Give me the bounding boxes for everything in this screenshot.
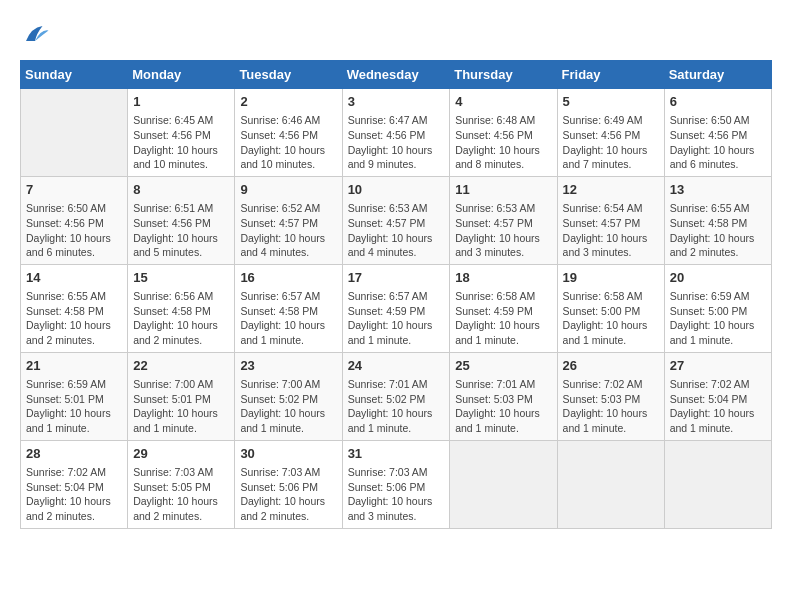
day-info: Sunrise: 6:59 AM Sunset: 5:01 PM Dayligh…: [26, 377, 122, 436]
day-number: 26: [563, 357, 659, 375]
day-info: Sunrise: 6:57 AM Sunset: 4:58 PM Dayligh…: [240, 289, 336, 348]
day-info: Sunrise: 7:03 AM Sunset: 5:05 PM Dayligh…: [133, 465, 229, 524]
day-number: 4: [455, 93, 551, 111]
calendar-cell: 26Sunrise: 7:02 AM Sunset: 5:03 PM Dayli…: [557, 352, 664, 440]
calendar-cell: 17Sunrise: 6:57 AM Sunset: 4:59 PM Dayli…: [342, 264, 450, 352]
day-number: 21: [26, 357, 122, 375]
calendar-cell: 29Sunrise: 7:03 AM Sunset: 5:05 PM Dayli…: [128, 440, 235, 528]
day-info: Sunrise: 6:55 AM Sunset: 4:58 PM Dayligh…: [670, 201, 766, 260]
day-info: Sunrise: 7:02 AM Sunset: 5:04 PM Dayligh…: [670, 377, 766, 436]
calendar-cell: 4Sunrise: 6:48 AM Sunset: 4:56 PM Daylig…: [450, 89, 557, 177]
day-info: Sunrise: 6:50 AM Sunset: 4:56 PM Dayligh…: [26, 201, 122, 260]
calendar-cell: 2Sunrise: 6:46 AM Sunset: 4:56 PM Daylig…: [235, 89, 342, 177]
day-info: Sunrise: 6:59 AM Sunset: 5:00 PM Dayligh…: [670, 289, 766, 348]
day-number: 10: [348, 181, 445, 199]
calendar-cell: [450, 440, 557, 528]
calendar-cell: 7Sunrise: 6:50 AM Sunset: 4:56 PM Daylig…: [21, 176, 128, 264]
day-number: 6: [670, 93, 766, 111]
day-info: Sunrise: 7:02 AM Sunset: 5:03 PM Dayligh…: [563, 377, 659, 436]
calendar-cell: 16Sunrise: 6:57 AM Sunset: 4:58 PM Dayli…: [235, 264, 342, 352]
calendar-cell: 1Sunrise: 6:45 AM Sunset: 4:56 PM Daylig…: [128, 89, 235, 177]
col-header-sunday: Sunday: [21, 61, 128, 89]
day-number: 11: [455, 181, 551, 199]
day-info: Sunrise: 7:00 AM Sunset: 5:02 PM Dayligh…: [240, 377, 336, 436]
calendar-cell: 6Sunrise: 6:50 AM Sunset: 4:56 PM Daylig…: [664, 89, 771, 177]
page-header: [20, 20, 772, 50]
calendar-cell: 21Sunrise: 6:59 AM Sunset: 5:01 PM Dayli…: [21, 352, 128, 440]
day-number: 25: [455, 357, 551, 375]
day-info: Sunrise: 6:50 AM Sunset: 4:56 PM Dayligh…: [670, 113, 766, 172]
day-info: Sunrise: 6:52 AM Sunset: 4:57 PM Dayligh…: [240, 201, 336, 260]
day-number: 13: [670, 181, 766, 199]
calendar-cell: 8Sunrise: 6:51 AM Sunset: 4:56 PM Daylig…: [128, 176, 235, 264]
day-info: Sunrise: 6:56 AM Sunset: 4:58 PM Dayligh…: [133, 289, 229, 348]
day-number: 1: [133, 93, 229, 111]
calendar-cell: [664, 440, 771, 528]
day-info: Sunrise: 6:51 AM Sunset: 4:56 PM Dayligh…: [133, 201, 229, 260]
day-info: Sunrise: 6:58 AM Sunset: 5:00 PM Dayligh…: [563, 289, 659, 348]
day-number: 28: [26, 445, 122, 463]
day-info: Sunrise: 6:55 AM Sunset: 4:58 PM Dayligh…: [26, 289, 122, 348]
calendar-cell: 9Sunrise: 6:52 AM Sunset: 4:57 PM Daylig…: [235, 176, 342, 264]
day-info: Sunrise: 6:46 AM Sunset: 4:56 PM Dayligh…: [240, 113, 336, 172]
day-number: 24: [348, 357, 445, 375]
col-header-saturday: Saturday: [664, 61, 771, 89]
calendar-cell: 3Sunrise: 6:47 AM Sunset: 4:56 PM Daylig…: [342, 89, 450, 177]
col-header-monday: Monday: [128, 61, 235, 89]
day-number: 20: [670, 269, 766, 287]
day-number: 14: [26, 269, 122, 287]
day-number: 18: [455, 269, 551, 287]
col-header-tuesday: Tuesday: [235, 61, 342, 89]
calendar-cell: 12Sunrise: 6:54 AM Sunset: 4:57 PM Dayli…: [557, 176, 664, 264]
logo-icon: [20, 20, 50, 50]
day-info: Sunrise: 6:54 AM Sunset: 4:57 PM Dayligh…: [563, 201, 659, 260]
calendar-cell: [21, 89, 128, 177]
day-info: Sunrise: 6:45 AM Sunset: 4:56 PM Dayligh…: [133, 113, 229, 172]
calendar-cell: 22Sunrise: 7:00 AM Sunset: 5:01 PM Dayli…: [128, 352, 235, 440]
day-number: 8: [133, 181, 229, 199]
day-info: Sunrise: 6:58 AM Sunset: 4:59 PM Dayligh…: [455, 289, 551, 348]
day-number: 5: [563, 93, 659, 111]
day-number: 7: [26, 181, 122, 199]
day-info: Sunrise: 6:47 AM Sunset: 4:56 PM Dayligh…: [348, 113, 445, 172]
calendar-cell: 11Sunrise: 6:53 AM Sunset: 4:57 PM Dayli…: [450, 176, 557, 264]
day-info: Sunrise: 7:03 AM Sunset: 5:06 PM Dayligh…: [240, 465, 336, 524]
day-info: Sunrise: 6:53 AM Sunset: 4:57 PM Dayligh…: [455, 201, 551, 260]
day-number: 23: [240, 357, 336, 375]
calendar-table: SundayMondayTuesdayWednesdayThursdayFrid…: [20, 60, 772, 529]
day-number: 17: [348, 269, 445, 287]
calendar-cell: 28Sunrise: 7:02 AM Sunset: 5:04 PM Dayli…: [21, 440, 128, 528]
calendar-cell: 30Sunrise: 7:03 AM Sunset: 5:06 PM Dayli…: [235, 440, 342, 528]
calendar-cell: 5Sunrise: 6:49 AM Sunset: 4:56 PM Daylig…: [557, 89, 664, 177]
day-info: Sunrise: 7:01 AM Sunset: 5:03 PM Dayligh…: [455, 377, 551, 436]
calendar-cell: 18Sunrise: 6:58 AM Sunset: 4:59 PM Dayli…: [450, 264, 557, 352]
calendar-cell: 25Sunrise: 7:01 AM Sunset: 5:03 PM Dayli…: [450, 352, 557, 440]
day-info: Sunrise: 6:53 AM Sunset: 4:57 PM Dayligh…: [348, 201, 445, 260]
col-header-thursday: Thursday: [450, 61, 557, 89]
day-number: 2: [240, 93, 336, 111]
day-info: Sunrise: 6:57 AM Sunset: 4:59 PM Dayligh…: [348, 289, 445, 348]
day-number: 29: [133, 445, 229, 463]
calendar-cell: 31Sunrise: 7:03 AM Sunset: 5:06 PM Dayli…: [342, 440, 450, 528]
calendar-cell: 10Sunrise: 6:53 AM Sunset: 4:57 PM Dayli…: [342, 176, 450, 264]
day-info: Sunrise: 7:03 AM Sunset: 5:06 PM Dayligh…: [348, 465, 445, 524]
calendar-cell: 19Sunrise: 6:58 AM Sunset: 5:00 PM Dayli…: [557, 264, 664, 352]
day-info: Sunrise: 7:02 AM Sunset: 5:04 PM Dayligh…: [26, 465, 122, 524]
calendar-cell: [557, 440, 664, 528]
logo: [20, 20, 54, 50]
day-number: 9: [240, 181, 336, 199]
col-header-wednesday: Wednesday: [342, 61, 450, 89]
day-number: 31: [348, 445, 445, 463]
col-header-friday: Friday: [557, 61, 664, 89]
day-number: 15: [133, 269, 229, 287]
calendar-cell: 23Sunrise: 7:00 AM Sunset: 5:02 PM Dayli…: [235, 352, 342, 440]
day-info: Sunrise: 7:01 AM Sunset: 5:02 PM Dayligh…: [348, 377, 445, 436]
day-info: Sunrise: 6:49 AM Sunset: 4:56 PM Dayligh…: [563, 113, 659, 172]
day-number: 19: [563, 269, 659, 287]
calendar-cell: 24Sunrise: 7:01 AM Sunset: 5:02 PM Dayli…: [342, 352, 450, 440]
calendar-cell: 14Sunrise: 6:55 AM Sunset: 4:58 PM Dayli…: [21, 264, 128, 352]
day-number: 27: [670, 357, 766, 375]
day-number: 12: [563, 181, 659, 199]
calendar-cell: 27Sunrise: 7:02 AM Sunset: 5:04 PM Dayli…: [664, 352, 771, 440]
calendar-cell: 20Sunrise: 6:59 AM Sunset: 5:00 PM Dayli…: [664, 264, 771, 352]
